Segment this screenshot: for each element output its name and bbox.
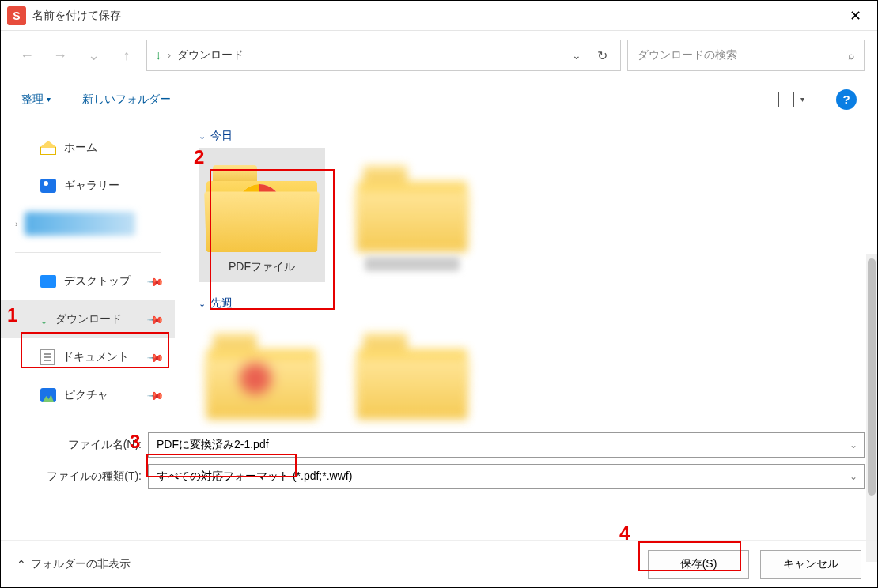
desktop-icon (40, 275, 56, 288)
search-placeholder: ダウンロードの検索 (638, 48, 737, 62)
folder-item-blurred[interactable] (349, 315, 475, 424)
filename-input[interactable]: PDFに変換済み2-1.pdf ⌄ (148, 432, 865, 458)
chevron-down-icon: ▾ (800, 95, 804, 104)
search-input[interactable]: ダウンロードの検索 ⌕ (627, 40, 865, 71)
filetype-row: ファイルの種類(T): すべての対応フォーマット (*.pdf;*.wwf) ⌄ (1, 461, 877, 492)
file-view: ⌄ 今日 PDFファイル (175, 119, 877, 429)
group-header-lastweek[interactable]: ⌄ 先週 (199, 296, 860, 311)
organize-label: 整理 (21, 92, 44, 107)
recent-dropdown[interactable]: ⌄ (80, 42, 107, 69)
breadcrumb[interactable]: ↓ › ダウンロード ⌄ ↻ (146, 40, 621, 71)
app-icon: S (7, 6, 26, 25)
window-title: 名前を付けて保存 (32, 9, 839, 23)
scrollbar[interactable] (866, 254, 877, 562)
forward-button[interactable]: → (47, 42, 74, 69)
chevron-right-icon: › (168, 50, 171, 61)
group-header-today[interactable]: ⌄ 今日 (199, 129, 860, 143)
download-icon: ↓ (155, 48, 161, 62)
breadcrumb-location: ダウンロード (177, 48, 244, 62)
footer: ⌃ フォルダーの非表示 保存(S) キャンセル (1, 540, 877, 587)
organize-button[interactable]: 整理 ▾ (21, 92, 51, 107)
chevron-down-icon: ▾ (47, 95, 51, 104)
sidebar-item-label: ホーム (64, 141, 97, 155)
pin-icon: 📌 (146, 348, 165, 366)
filetype-label: ファイルの種類(T): (13, 469, 148, 484)
sidebar-item-drive[interactable]: › (1, 205, 175, 243)
hide-folders-button[interactable]: ⌃ フォルダーの非表示 (17, 557, 131, 571)
view-mode-button[interactable]: ▾ (778, 92, 804, 107)
sidebar-item-label: ダウンロード (55, 312, 122, 326)
pin-icon: 📌 (146, 272, 165, 290)
chevron-down-icon[interactable]: ⌄ (850, 439, 857, 450)
close-button[interactable]: ✕ (839, 4, 871, 28)
folder-item-blurred[interactable] (349, 148, 475, 282)
filetype-select[interactable]: すべての対応フォーマット (*.pdf;*.wwf) ⌄ (148, 464, 865, 489)
toolbar: 整理 ▾ 新しいフォルダー ▾ ? (1, 80, 877, 119)
nav-row: ← → ⌄ ↑ ↓ › ダウンロード ⌄ ↻ ダウンロードの検索 ⌕ (1, 31, 877, 80)
sidebar-item-home[interactable]: ホーム (1, 129, 175, 167)
group-label: 先週 (210, 296, 233, 311)
refresh-button[interactable]: ↻ (592, 48, 612, 63)
folder-item-blurred[interactable] (199, 315, 325, 424)
hide-folders-label: フォルダーの非表示 (31, 557, 131, 571)
sidebar-item-downloads[interactable]: ↓ ダウンロード 📌 (1, 300, 175, 338)
folder-icon (206, 325, 317, 420)
sidebar: ホーム ギャラリー › デスクトップ 📌 ↓ ダウンロード 📌 ドキュメント 📌 (1, 119, 175, 429)
sidebar-item-label: ピクチャ (64, 388, 108, 402)
help-button[interactable]: ? (836, 89, 857, 110)
sidebar-item-label: ギャラリー (64, 179, 119, 193)
search-icon: ⌕ (848, 49, 854, 62)
chevron-down-icon: ⌄ (199, 131, 206, 141)
cancel-button[interactable]: キャンセル (760, 550, 861, 579)
folder-label: PDFファイル (222, 257, 301, 282)
folder-icon (357, 325, 467, 420)
pictures-icon (40, 388, 56, 402)
sidebar-item-pictures[interactable]: ピクチャ 📌 (1, 376, 175, 414)
breadcrumb-dropdown[interactable]: ⌄ (567, 49, 586, 62)
chevron-down-icon: ⌄ (199, 299, 206, 309)
chevron-down-icon[interactable]: ⌄ (850, 471, 857, 482)
filename-value: PDFに変換済み2-1.pdf (157, 438, 269, 452)
sidebar-item-documents[interactable]: ドキュメント 📌 (1, 338, 175, 376)
chevron-up-icon: ⌃ (17, 558, 26, 571)
back-button[interactable]: ← (13, 42, 40, 69)
download-icon: ↓ (40, 311, 47, 328)
filename-row: ファイル名(N): PDFに変換済み2-1.pdf ⌄ (1, 429, 877, 461)
gallery-icon (40, 179, 56, 193)
save-button[interactable]: 保存(S) (648, 550, 749, 579)
sidebar-separator (15, 252, 161, 253)
folder-icon (357, 157, 467, 252)
chevron-right-icon: › (15, 219, 18, 228)
scrollbar-thumb[interactable] (868, 258, 876, 496)
title-bar: S 名前を付けて保存 ✕ (1, 1, 877, 31)
filetype-value: すべての対応フォーマット (*.pdf;*.wwf) (157, 469, 352, 484)
pin-icon: 📌 (146, 386, 165, 404)
view-icon (778, 92, 794, 107)
document-icon (40, 349, 55, 365)
blurred-label (25, 212, 135, 236)
group-label: 今日 (210, 129, 233, 143)
sidebar-item-desktop[interactable]: デスクトップ 📌 (1, 262, 175, 300)
home-icon (40, 141, 56, 155)
sidebar-item-label: デスクトップ (64, 274, 131, 288)
sidebar-item-label: ドキュメント (62, 350, 129, 364)
main-area: ホーム ギャラリー › デスクトップ 📌 ↓ ダウンロード 📌 ドキュメント 📌 (1, 119, 877, 429)
sidebar-item-gallery[interactable]: ギャラリー (1, 167, 175, 205)
pin-icon: 📌 (146, 310, 165, 328)
blurred-label (365, 257, 460, 271)
folder-pdf-files[interactable]: PDFファイル (199, 148, 325, 282)
new-folder-button[interactable]: 新しいフォルダー (82, 92, 171, 107)
folder-icon (206, 157, 317, 252)
filename-label: ファイル名(N): (13, 438, 148, 452)
up-button[interactable]: ↑ (113, 42, 140, 69)
